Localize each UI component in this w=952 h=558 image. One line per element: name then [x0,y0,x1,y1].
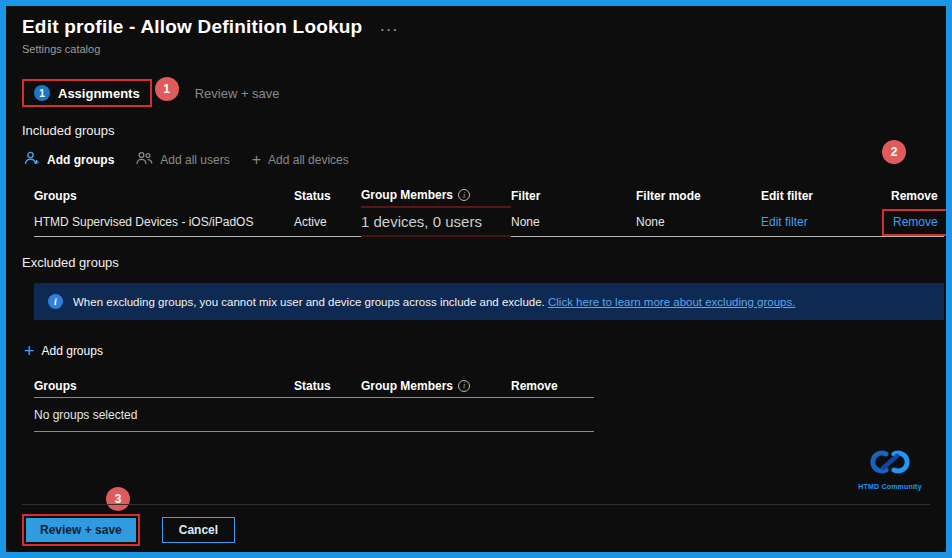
column-groups: Groups [34,374,294,397]
column-edit-filter: Edit filter [761,184,891,208]
column-group-members-label: Group Members [361,188,453,202]
review-save-button[interactable]: Review + save [26,518,136,542]
add-groups-excluded-button[interactable]: + Add groups [24,342,103,360]
add-groups-label: Add groups [47,153,114,167]
page-header: Edit profile - Allow Definition Lookup ·… [22,16,930,38]
excluding-groups-learn-more-link[interactable]: Click here to learn more about excluding… [548,296,795,308]
info-banner: i When excluding groups, you cannot mix … [34,283,944,320]
annotation-badge-2: 2 [882,140,906,164]
column-filter-mode: Filter mode [636,184,761,208]
edit-profile-page: Edit profile - Allow Definition Lookup ·… [6,6,946,552]
footer-buttons: Review + save Cancel [22,514,930,546]
edit-filter-link[interactable]: Edit filter [761,215,808,229]
column-filter: Filter [511,184,636,208]
add-all-devices-label: Add all devices [268,153,349,167]
column-status: Status [294,374,361,397]
excluded-groups-toolbar: + Add groups [24,342,930,360]
included-groups-heading: Included groups [22,123,930,138]
info-banner-message: When excluding groups, you cannot mix us… [73,296,545,308]
info-banner-icon: i [48,294,63,309]
included-groups-table: Groups Status Group Members i Filter Fil… [34,184,944,237]
add-all-devices-button[interactable]: + Add all devices [252,152,349,168]
column-remove: Remove [891,184,944,208]
column-group-members-label: Group Members [361,379,453,393]
included-groups-toolbar: Add groups Add all users + Add all devic… [24,151,930,168]
wizard-tabs: 1 Assignments 1 Review + save [22,79,930,107]
htmd-logo-icon [866,447,914,477]
htmd-community-logo: HTMD Community [848,447,932,490]
more-options-icon[interactable]: ··· [380,22,399,37]
excluded-groups-table: Groups Status Group Members i Remove No … [34,374,594,432]
column-groups: Groups [34,184,294,208]
htmd-logo-caption: HTMD Community [848,483,932,490]
table-row: HTMD Supervised Devices - iOS/iPadOS Act… [34,208,944,237]
column-status: Status [294,184,361,208]
row-group-name: HTMD Supervised Devices - iOS/iPadOS [34,208,294,237]
tab-review-save[interactable]: Review + save [195,86,280,101]
column-group-members: Group Members i [361,374,511,397]
add-groups-excluded-label: Add groups [42,344,103,358]
add-all-users-label: Add all users [160,153,229,167]
tab-assignments-label: Assignments [58,86,140,101]
people-icon [136,151,153,168]
row-remove-cell: Remove [891,208,944,237]
person-add-icon [24,151,40,168]
page-title: Edit profile - Allow Definition Lookup [22,16,362,38]
excluded-groups-heading: Excluded groups [22,255,930,270]
cancel-button[interactable]: Cancel [162,517,235,543]
info-banner-text: When excluding groups, you cannot mix us… [73,296,795,308]
included-table-header: Groups Status Group Members i Filter Fil… [34,184,944,208]
add-groups-button[interactable]: Add groups [24,151,114,168]
column-group-members: Group Members i [361,184,511,208]
annotation-badge-1: 1 [155,77,179,101]
row-edit-filter-cell: Edit filter [761,208,891,237]
row-filter: None [511,208,636,237]
excluded-table-header: Groups Status Group Members i Remove [34,374,594,398]
row-group-members: 1 devices, 0 users [361,208,511,237]
info-icon[interactable]: i [458,189,470,201]
add-all-users-button[interactable]: Add all users [136,151,229,168]
footer-bar: Review + save Cancel [22,504,930,552]
column-remove: Remove [511,374,594,397]
page-subtitle: Settings catalog [22,43,930,55]
annotation-box-review-save: Review + save [22,514,140,546]
row-status: Active [294,208,361,237]
info-icon[interactable]: i [458,380,470,392]
row-filter-mode: None [636,208,761,237]
no-groups-selected-row: No groups selected [34,398,594,432]
plus-icon: + [252,152,261,168]
remove-link[interactable]: Remove [882,209,949,236]
plus-icon: + [24,342,35,360]
step-number-icon: 1 [34,85,50,101]
tab-assignments[interactable]: 1 Assignments [22,79,152,107]
